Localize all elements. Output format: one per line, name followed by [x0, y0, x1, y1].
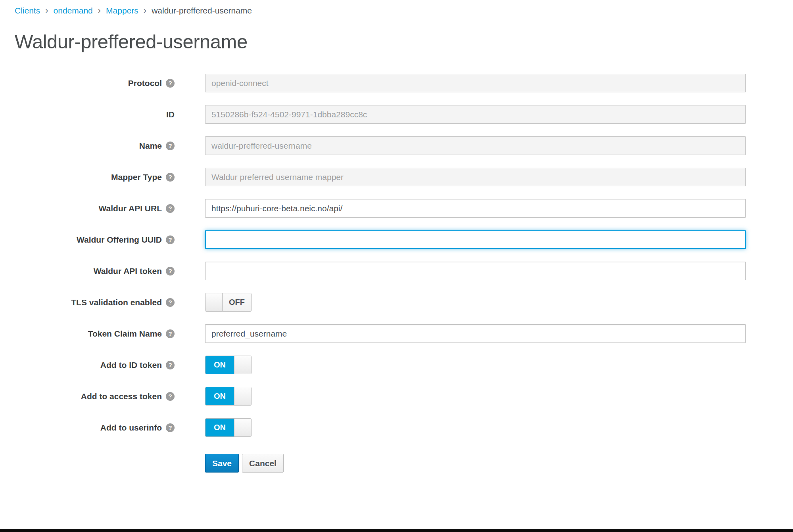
field-control-cell: [205, 199, 746, 218]
field-label: Mapper Type: [111, 172, 162, 182]
waldur-offering-uuid-input[interactable]: [205, 230, 746, 249]
help-icon[interactable]: ?: [166, 267, 175, 276]
field-label-cell: Add to ID token?: [0, 360, 175, 370]
field-label-cell: Waldur API token?: [0, 266, 175, 276]
breadcrumb-separator-icon: ›: [144, 6, 146, 15]
form-row-add-to-userinfo: Add to userinfo?ON: [0, 418, 793, 437]
field-control-cell: [205, 74, 746, 92]
help-icon[interactable]: ?: [166, 361, 175, 369]
form-row-add-to-id-token: Add to ID token?ON: [0, 356, 793, 374]
form-row-protocol: Protocol?: [0, 74, 793, 92]
breadcrumb-separator-icon: ›: [98, 6, 101, 15]
form-row-name: Name?: [0, 136, 793, 155]
field-label: Token Claim Name: [88, 329, 162, 339]
help-icon[interactable]: ?: [166, 298, 175, 307]
breadcrumb-item-waldur-preffered-username: waldur-preffered-username: [152, 6, 252, 15]
toggle-state-label: ON: [205, 419, 234, 436]
field-label: Waldur API token: [94, 266, 162, 276]
toggle-handle: [234, 419, 251, 436]
field-label: Waldur API URL: [99, 204, 162, 213]
field-label-cell: Add to userinfo?: [0, 423, 175, 432]
breadcrumb-item-clients[interactable]: Clients: [15, 6, 40, 15]
add-to-id-token-toggle[interactable]: ON: [205, 356, 252, 374]
field-label-cell: TLS validation enabled?: [0, 298, 175, 307]
mapper-form: Protocol?IDName?Mapper Type?Waldur API U…: [0, 74, 793, 437]
help-icon[interactable]: ?: [166, 392, 175, 401]
field-label-cell: ID: [0, 110, 175, 119]
field-label: Protocol: [128, 78, 162, 88]
name-input: [205, 136, 746, 155]
field-control-cell: ON: [205, 356, 252, 374]
field-control-cell: [205, 136, 746, 155]
protocol-input: [205, 74, 746, 92]
field-label-cell: Waldur API URL?: [0, 204, 175, 213]
field-label-cell: Waldur Offering UUID?: [0, 235, 175, 245]
add-to-userinfo-toggle[interactable]: ON: [205, 418, 252, 437]
token-claim-name-input[interactable]: [205, 324, 746, 343]
help-icon[interactable]: ?: [166, 329, 175, 338]
field-control-cell: ON: [205, 387, 252, 406]
toggle-state-label: OFF: [223, 293, 251, 311]
field-label: Waldur Offering UUID: [77, 235, 162, 245]
page-title: Waldur-preffered-username: [15, 30, 793, 53]
field-label: Add to access token: [81, 392, 162, 401]
breadcrumb-item-mappers[interactable]: Mappers: [106, 6, 138, 15]
form-row-waldur-api-token: Waldur API token?: [0, 262, 793, 280]
bottom-edge-bar: [0, 529, 793, 532]
waldur-api-url-input[interactable]: [205, 199, 746, 218]
tls-validation-enabled-toggle[interactable]: OFF: [205, 293, 252, 312]
field-label-cell: Token Claim Name?: [0, 329, 175, 339]
toggle-handle: [234, 387, 251, 405]
field-control-cell: ON: [205, 418, 252, 437]
field-label: Add to ID token: [100, 360, 162, 370]
help-icon[interactable]: ?: [166, 173, 175, 182]
field-control-cell: [205, 230, 746, 249]
help-icon[interactable]: ?: [166, 142, 175, 150]
mapper-type-input: [205, 168, 746, 186]
help-icon[interactable]: ?: [166, 204, 175, 213]
waldur-api-token-input[interactable]: [205, 262, 746, 280]
form-actions: Save Cancel: [205, 454, 793, 473]
field-control-cell: [205, 324, 746, 343]
toggle-handle: [205, 293, 223, 311]
save-button[interactable]: Save: [205, 454, 239, 473]
help-icon[interactable]: ?: [166, 235, 175, 244]
field-control-cell: OFF: [205, 293, 252, 312]
breadcrumb-item-ondemand[interactable]: ondemand: [54, 6, 93, 15]
form-row-token-claim-name: Token Claim Name?: [0, 324, 793, 343]
field-control-cell: [205, 168, 746, 186]
field-label-cell: Name?: [0, 141, 175, 151]
form-row-id: ID: [0, 105, 793, 124]
field-label: Name: [139, 141, 162, 151]
form-row-waldur-api-url: Waldur API URL?: [0, 199, 793, 218]
form-row-waldur-offering-uuid: Waldur Offering UUID?: [0, 230, 793, 249]
help-icon[interactable]: ?: [166, 79, 175, 88]
form-row-mapper-type: Mapper Type?: [0, 168, 793, 186]
field-control-cell: [205, 262, 746, 280]
form-row-add-to-access-token: Add to access token?ON: [0, 387, 793, 406]
toggle-state-label: ON: [205, 356, 234, 374]
cancel-button[interactable]: Cancel: [242, 454, 284, 473]
help-icon[interactable]: ?: [166, 423, 175, 432]
toggle-handle: [234, 356, 251, 374]
field-label: ID: [166, 110, 175, 119]
id-input: [205, 105, 746, 124]
field-label-cell: Add to access token?: [0, 392, 175, 401]
breadcrumb: Clients›ondemand›Mappers›waldur-preffere…: [0, 0, 793, 16]
form-row-tls-validation-enabled: TLS validation enabled?OFF: [0, 293, 793, 312]
field-label-cell: Protocol?: [0, 78, 175, 88]
add-to-access-token-toggle[interactable]: ON: [205, 387, 252, 406]
keycloak-mapper-page: Clients›ondemand›Mappers›waldur-preffere…: [0, 0, 793, 532]
field-label: Add to userinfo: [100, 423, 162, 432]
field-label: TLS validation enabled: [71, 298, 162, 307]
field-control-cell: [205, 105, 746, 124]
toggle-state-label: ON: [205, 387, 234, 405]
breadcrumb-separator-icon: ›: [45, 6, 48, 15]
field-label-cell: Mapper Type?: [0, 172, 175, 182]
